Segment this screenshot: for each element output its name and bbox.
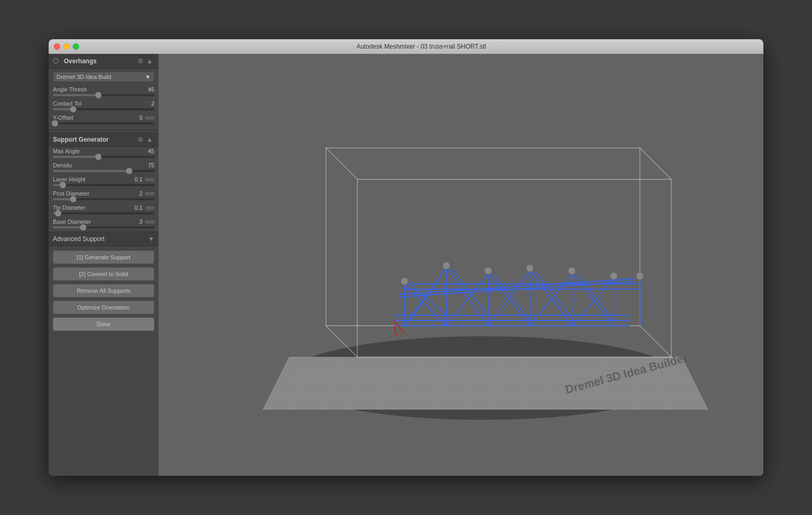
sidebar: ⬡ Overhangs ⚙ ▲ Dremel 3D Idea Build ▼ A…: [49, 54, 159, 476]
advanced-support-row[interactable]: Advanced Support ▼: [49, 232, 159, 246]
angle-thresh-slider[interactable]: [53, 94, 154, 96]
printer-dropdown-label: Dremel 3D Idea Build: [57, 74, 111, 80]
printer-dropdown-row: Dremel 3D Idea Build ▼: [49, 68, 159, 85]
advanced-support-arrow-icon: ▼: [148, 235, 154, 243]
contact-tol-label: Contact Tol: [53, 100, 82, 107]
maximize-button[interactable]: [73, 43, 79, 50]
max-angle-value: 45: [148, 148, 154, 154]
support-gen-collapse-icon[interactable]: ▲: [145, 136, 154, 143]
advanced-support-label: Advanced Support: [53, 235, 148, 243]
tip-diameter-unit: mm: [145, 205, 154, 211]
done-button[interactable]: Done: [53, 317, 154, 331]
optimize-orientation-button[interactable]: Optimize Orientation: [53, 301, 154, 314]
overhangs-collapse-icon[interactable]: ▲: [145, 58, 154, 65]
y-offset-row: Y-Offset 0 mm: [49, 113, 159, 128]
minimize-button[interactable]: [63, 43, 70, 50]
base-diameter-row: Base Diameter 3 mm: [49, 218, 159, 232]
max-angle-slider[interactable]: [53, 156, 154, 158]
contact-tol-row: Contact Tol 2: [49, 99, 159, 113]
angle-thresh-label: Angle Thresh: [53, 86, 87, 93]
svg-point-65: [443, 262, 450, 269]
tip-diameter-slider[interactable]: [53, 212, 154, 214]
support-gen-section-header: Support Generator ⚙ ▲: [49, 132, 159, 147]
post-diameter-row: Post Diameter 2 mm: [49, 189, 159, 203]
y-offset-label: Y-Offset: [53, 115, 73, 121]
overhangs-gear-icon[interactable]: ⚙: [136, 58, 145, 65]
angle-thresh-value: 45: [148, 86, 154, 93]
tip-diameter-value: 0.1: [134, 204, 142, 211]
layer-height-slider[interactable]: [53, 184, 154, 186]
density-slider[interactable]: [53, 170, 154, 172]
printer-dropdown-arrow: ▼: [145, 74, 151, 80]
window-title: Autodesk Meshmixer - 03 truss+rail SHORT…: [84, 43, 758, 50]
overhangs-icon: ⬡: [53, 57, 61, 65]
contact-tol-slider[interactable]: [53, 108, 154, 110]
base-diameter-value: 3: [139, 219, 142, 225]
layer-height-row: Layer Height 0.1 mm: [49, 175, 159, 189]
post-diameter-value: 2: [139, 190, 142, 197]
viewport[interactable]: Dremel 3D Idea Builder: [159, 54, 763, 476]
buttons-section: [1] Generate Support [2] Convert to Soli…: [49, 246, 159, 476]
density-label: Density: [53, 162, 72, 168]
main-window: Autodesk Meshmixer - 03 truss+rail SHORT…: [49, 39, 763, 476]
y-offset-value: 0: [139, 115, 142, 121]
traffic-lights: [54, 43, 79, 50]
titlebar: Autodesk Meshmixer - 03 truss+rail SHORT…: [49, 39, 763, 54]
printer-dropdown[interactable]: Dremel 3D Idea Build ▼: [53, 72, 154, 82]
layer-height-label: Layer Height: [53, 176, 85, 182]
base-diameter-label: Base Diameter: [53, 219, 91, 225]
post-diameter-label: Post Diameter: [53, 190, 89, 197]
svg-point-68: [568, 267, 576, 274]
window-body: ⬡ Overhangs ⚙ ▲ Dremel 3D Idea Build ▼ A…: [49, 54, 763, 476]
convert-solid-button[interactable]: [2] Convert to Solid: [53, 267, 154, 281]
post-diameter-slider[interactable]: [53, 198, 154, 200]
svg-point-69: [610, 272, 617, 280]
contact-tol-value: 2: [151, 100, 154, 107]
svg-point-70: [636, 272, 644, 280]
tip-diameter-row: Tip Diameter 0.1 mm: [49, 203, 159, 218]
generate-support-button[interactable]: [1] Generate Support: [53, 250, 154, 264]
remove-supports-button[interactable]: Remove All Supports: [53, 284, 154, 297]
post-diameter-unit: mm: [145, 191, 154, 197]
y-offset-slider[interactable]: [53, 122, 154, 124]
close-button[interactable]: [54, 43, 60, 50]
density-value: 75: [148, 162, 154, 168]
svg-point-67: [526, 265, 534, 272]
svg-point-64: [401, 278, 408, 285]
base-diameter-slider[interactable]: [53, 226, 154, 228]
overhangs-section-header: ⬡ Overhangs ⚙ ▲: [49, 54, 159, 68]
angle-thresh-row: Angle Thresh 45: [49, 85, 159, 99]
viewport-svg: Dremel 3D Idea Builder: [159, 54, 763, 476]
y-offset-unit: mm: [145, 115, 154, 121]
density-row: Density 75: [49, 161, 159, 175]
layer-height-unit: mm: [145, 177, 154, 182]
max-angle-row: Max Angle 45: [49, 147, 159, 161]
support-gen-gear-icon[interactable]: ⚙: [136, 136, 145, 143]
support-gen-title: Support Generator: [53, 136, 136, 143]
layer-height-value: 0.1: [134, 176, 142, 182]
base-diameter-unit: mm: [145, 219, 154, 225]
overhangs-title: Overhangs: [64, 58, 136, 65]
svg-point-66: [484, 267, 492, 274]
max-angle-label: Max Angle: [53, 148, 80, 154]
